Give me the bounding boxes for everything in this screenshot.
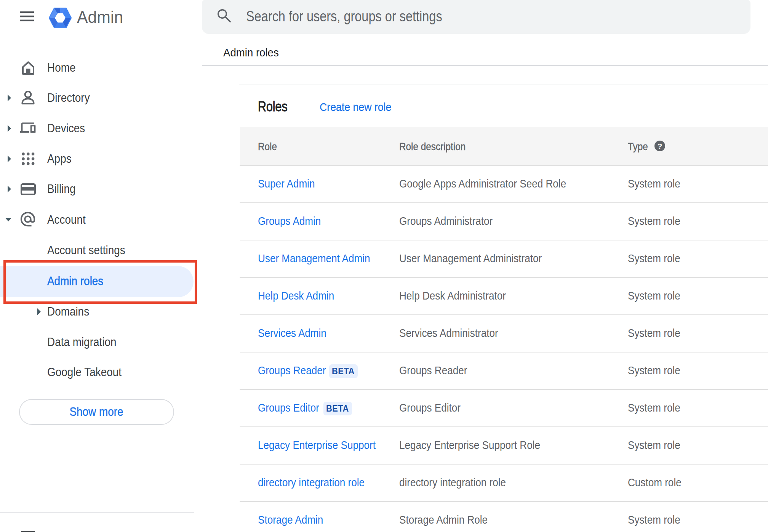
svg-text:?: ? [658, 142, 662, 151]
